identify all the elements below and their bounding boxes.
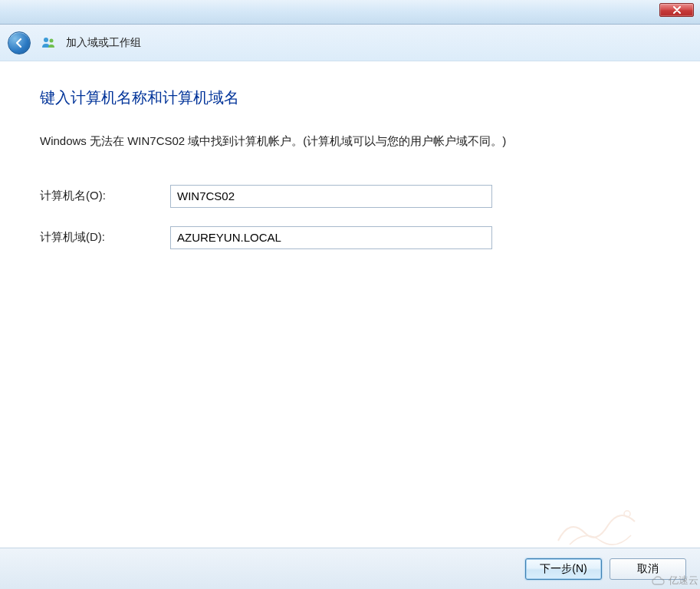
page-description: Windows 无法在 WIN7CS02 域中找到计算机帐户。(计算机域可以与您… — [40, 131, 561, 151]
svg-point-1 — [50, 38, 54, 42]
cancel-button[interactable]: 取消 — [610, 558, 686, 580]
close-icon — [672, 6, 682, 14]
computer-name-row: 计算机名(O): — [40, 185, 660, 208]
window-title: 加入域或工作组 — [66, 36, 141, 50]
content-area: 键入计算机名称和计算机域名 Windows 无法在 WIN7CS02 域中找到计… — [0, 61, 700, 548]
computer-domain-input[interactable] — [170, 226, 492, 249]
back-button[interactable] — [8, 31, 31, 54]
page-heading: 键入计算机名称和计算机域名 — [40, 87, 660, 108]
window-titlebar — [0, 0, 700, 25]
arrow-left-icon — [12, 36, 26, 50]
computer-domain-row: 计算机域(D): — [40, 226, 660, 249]
computer-domain-label: 计算机域(D): — [40, 230, 170, 245]
close-button[interactable] — [659, 3, 694, 17]
network-people-icon — [40, 35, 57, 51]
footer: 下一步(N) 取消 — [0, 548, 700, 589]
next-button[interactable]: 下一步(N) — [525, 558, 602, 580]
computer-name-label: 计算机名(O): — [40, 189, 170, 203]
svg-point-0 — [44, 38, 48, 42]
header: 加入域或工作组 — [0, 25, 700, 61]
computer-name-input[interactable] — [170, 185, 492, 208]
